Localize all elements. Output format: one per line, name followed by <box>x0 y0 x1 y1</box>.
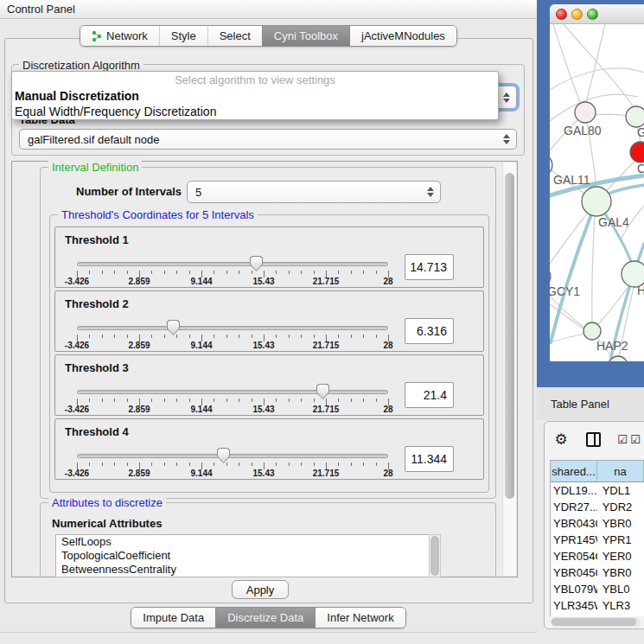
minimize-traffic-light-icon[interactable] <box>571 9 583 20</box>
slider-track[interactable] <box>77 262 388 266</box>
tab-network[interactable]: Network <box>80 26 159 46</box>
tab-label: Impute Data <box>143 611 204 624</box>
table-cell: YBR0 <box>597 566 644 579</box>
popup-option-manual-discretization[interactable]: Manual Discretization <box>12 88 498 104</box>
scrollbar-thumb[interactable] <box>505 173 514 499</box>
network-node[interactable] <box>582 187 611 216</box>
gear-icon[interactable]: ⚙ <box>552 430 570 448</box>
table-row[interactable]: YDR27...YDR2 <box>551 499 644 515</box>
threshold-panel: Threshold 4-3.4262.8599.14415.4321.71528… <box>54 418 484 480</box>
control-panel-window: Control Panel □ ✕ Discretization Algorit… <box>0 0 644 644</box>
table-header-cell[interactable]: na <box>597 461 644 481</box>
table-cell: YIL052C <box>551 615 597 616</box>
tick-label: 28 <box>383 277 392 286</box>
network-edge[interactable] <box>607 160 635 190</box>
checked-checkbox-icon[interactable]: ☑ <box>629 433 641 445</box>
table-data-combobox[interactable]: galFiltered.sif default node <box>19 129 517 150</box>
network-node[interactable] <box>575 102 596 123</box>
threshold-panel: Threshold 1-3.4262.8599.14415.4321.71528… <box>54 226 484 288</box>
tick-mark <box>289 335 290 338</box>
table-row[interactable]: YER054CYER0 <box>551 548 644 564</box>
tick-label: 15.43 <box>252 277 274 286</box>
numerical-attributes-list[interactable]: SelfLoopsTopologicalCoefficientBetweenne… <box>55 534 441 577</box>
table-row[interactable]: YDL19...YDL1 <box>551 482 644 499</box>
table-cell: YLR345W <box>551 599 597 612</box>
threshold-value-field[interactable]: 21.4 <box>405 382 454 408</box>
chevron-up-down-icon <box>503 92 510 103</box>
number-of-intervals-combobox[interactable]: 5 <box>187 181 441 203</box>
tick-mark <box>338 399 339 402</box>
slider-thumb[interactable] <box>316 384 329 399</box>
list-item[interactable]: BetweennessCentrality <box>56 563 440 577</box>
discretization-algorithm-title: Discretization Algorithm <box>19 59 143 72</box>
tab-discretize-data[interactable]: Discretize Data <box>215 608 315 628</box>
close-traffic-light-icon[interactable] <box>556 9 567 20</box>
attributes-scrollbar-thumb[interactable] <box>430 536 439 576</box>
threshold-label: Threshold 3 <box>65 361 129 374</box>
slider-tick-labels: -3.4262.8599.14415.4321.71528 <box>77 469 388 479</box>
table-row[interactable]: YLR345WYLR3 <box>551 597 644 614</box>
tab-style[interactable]: Style <box>159 26 207 46</box>
network-edge[interactable] <box>592 216 595 322</box>
tick-mark <box>189 335 190 338</box>
tab-select[interactable]: Select <box>207 26 262 46</box>
threshold-value-field[interactable]: 14.713 <box>405 254 454 280</box>
network-window-titlebar[interactable] <box>550 4 644 24</box>
network-edge[interactable] <box>586 24 605 102</box>
table-header-cell[interactable]: shared... <box>551 461 597 481</box>
network-edge[interactable] <box>595 114 627 116</box>
slider-thumb[interactable] <box>167 320 180 335</box>
list-item[interactable]: TopologicalCoefficient <box>56 549 440 563</box>
tick-mark <box>239 335 239 338</box>
network-node[interactable] <box>630 142 644 163</box>
tick-mark <box>252 271 252 274</box>
threshold-value-field[interactable]: 6.316 <box>405 318 454 344</box>
table-row[interactable]: YPR145WYPR1 <box>551 532 644 548</box>
slider-thumb[interactable] <box>217 448 230 463</box>
slider-track[interactable] <box>77 390 388 394</box>
slider-thumb[interactable] <box>250 256 263 271</box>
tick-mark <box>289 462 290 466</box>
tick-mark <box>164 462 165 466</box>
slider-track[interactable] <box>77 454 388 458</box>
table-row[interactable]: YBR045CYBR0 <box>551 564 644 581</box>
network-node[interactable] <box>550 155 552 175</box>
tick-mark <box>239 462 239 466</box>
list-item[interactable]: SelfLoops <box>56 535 440 549</box>
tick-mark <box>151 399 152 402</box>
tab-infer-network[interactable]: Infer Network <box>315 608 405 628</box>
network-canvas[interactable]: GAL80GAL11GAL4GCY1HAP2GCH <box>550 24 644 361</box>
network-node[interactable] <box>626 106 644 127</box>
tick-label: -3.426 <box>65 469 89 478</box>
network-edge[interactable] <box>553 24 581 104</box>
tick-label: 2.859 <box>128 277 150 286</box>
tick-mark <box>176 271 177 274</box>
tick-mark <box>114 335 115 338</box>
zoom-traffic-light-icon[interactable] <box>587 9 598 20</box>
table-row[interactable]: YBL079WYBL0 <box>551 581 644 597</box>
tick-mark <box>176 399 177 402</box>
tick-mark <box>301 335 302 338</box>
table-panel-titlebar: Table Panel <box>537 387 644 420</box>
tab-label: Cyni Toolbox <box>274 29 338 42</box>
tab-impute-data[interactable]: Impute Data <box>131 608 215 628</box>
table-hscrollbar-track[interactable] <box>551 617 641 627</box>
tick-mark <box>351 335 352 338</box>
table-row[interactable]: YIL052CYIL0 <box>551 614 644 616</box>
slider-track[interactable] <box>77 326 388 330</box>
checked-checkbox-icon[interactable]: ☑ <box>616 433 628 445</box>
table-hscrollbar-thumb[interactable] <box>552 618 636 626</box>
network-edge[interactable] <box>550 334 584 342</box>
apply-button[interactable]: Apply <box>232 580 289 599</box>
tab-jactivemnodules[interactable]: jActiveMNodules <box>349 26 456 46</box>
table-row[interactable]: YBR043CYBR0 <box>551 515 644 532</box>
network-node[interactable] <box>583 322 601 340</box>
threshold-value-field[interactable]: 11.344 <box>405 446 454 472</box>
network-edge[interactable] <box>550 68 644 90</box>
popup-option-equal-width[interactable]: Equal Width/Frequency Discretization <box>12 104 498 119</box>
table-header-row: shared...na <box>551 461 644 482</box>
tab-cyni-toolbox[interactable]: Cyni Toolbox <box>262 26 349 46</box>
split-column-icon[interactable] <box>586 432 601 447</box>
network-node-label: G <box>637 125 644 139</box>
tick-label: 28 <box>383 469 392 478</box>
